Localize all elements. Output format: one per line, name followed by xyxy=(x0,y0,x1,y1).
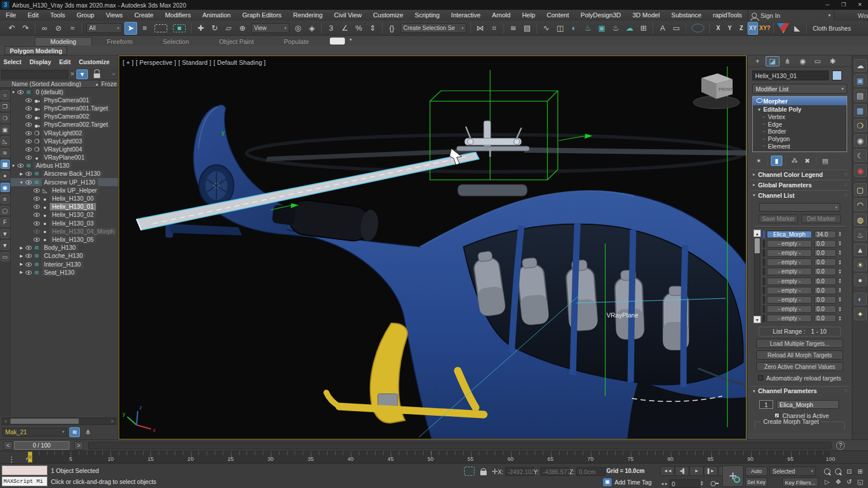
display-tab[interactable]: ▭ xyxy=(811,56,825,66)
spreadsheet-icon[interactable]: ▤ xyxy=(854,89,867,102)
select-move-icon[interactable]: ✚ xyxy=(194,22,207,35)
open-app-grid-icon[interactable]: ⊞ xyxy=(637,22,650,35)
add-time-tag[interactable]: ▣ Add Time Tag xyxy=(603,478,652,486)
visibility-eye-icon[interactable] xyxy=(34,205,40,209)
channel-scrollbar[interactable]: ▲ ▼ xyxy=(753,230,761,323)
viewport-menu-plus[interactable]: [ + ] xyxy=(123,59,134,66)
close-button[interactable]: ✕ xyxy=(852,1,868,10)
set-key-button[interactable]: Set Key xyxy=(745,478,767,487)
menu-item[interactable]: Group xyxy=(71,10,100,21)
play-icon[interactable]: ► xyxy=(689,466,704,476)
visibility-eye-icon[interactable] xyxy=(25,106,32,110)
menu-item[interactable]: Animation xyxy=(197,10,237,21)
modifier-stack-item[interactable]: Polygon xyxy=(753,135,847,143)
expand-arrow-icon[interactable]: ▼ xyxy=(10,164,16,168)
previous-frame-icon[interactable]: ◄▌ xyxy=(675,466,689,476)
menu-item[interactable]: Help xyxy=(516,10,541,21)
track-bar[interactable]: ⋮∿ 5101520253035404550556065707580859095… xyxy=(0,450,868,463)
folder-icon[interactable]: ▭ xyxy=(1,252,10,261)
explorer-row[interactable]: Helix_H130_02 xyxy=(10,211,118,219)
zoom-extents-all-icon[interactable]: ⊞ xyxy=(855,466,866,476)
visibility-eye-icon[interactable] xyxy=(25,131,32,135)
maxscript-listener-field[interactable]: MAXScript Mi xyxy=(2,476,47,486)
explorer-row[interactable]: PhysCamera002.Target xyxy=(10,121,118,129)
polygon-modeling-button[interactable]: Polygon Modeling xyxy=(5,46,67,55)
axis-plane-cycle-button[interactable]: XY? xyxy=(759,22,770,35)
object-name[interactable]: Body_H130 xyxy=(42,244,78,252)
named-selection-sets-icon[interactable]: {} xyxy=(385,22,398,35)
morph-channel-value-field[interactable]: 0.0 xyxy=(814,249,836,257)
filter-bones-icon[interactable]: ✦ xyxy=(1,171,10,180)
display-box-icon[interactable]: ▢ xyxy=(1,206,10,215)
viewport-camera-label[interactable]: [ Perspective ] xyxy=(136,59,176,66)
scrollbar-thumb[interactable] xyxy=(755,238,760,253)
named-selection-set-dropdown[interactable]: Create Selection Se▾ xyxy=(400,23,466,33)
select-manipulate-icon[interactable]: ◈ xyxy=(306,22,318,35)
object-name[interactable]: Helix_H130_01 xyxy=(50,203,96,210)
help-icon[interactable]: ? xyxy=(836,441,845,450)
sun-light-icon[interactable]: ☀ xyxy=(854,258,867,271)
align-icon[interactable]: ⌗ xyxy=(488,22,501,35)
frame-spinner[interactable]: ▲▼ xyxy=(700,480,704,486)
filter-layers-icon[interactable]: ❐ xyxy=(1,102,10,111)
visibility-eye-icon[interactable] xyxy=(34,188,40,193)
selection-filter-dropdown[interactable]: All▾ xyxy=(86,23,122,33)
visibility-eye-icon[interactable] xyxy=(25,271,32,275)
environment-icon[interactable]: ☾ xyxy=(854,149,867,162)
marker-dropdown[interactable]: ▾ xyxy=(759,203,840,212)
active-layer-dropdown[interactable]: Mak_21 ▾ xyxy=(2,428,67,437)
orbit-icon[interactable]: ↺ xyxy=(844,476,855,487)
visibility-eye-icon[interactable] xyxy=(34,238,40,242)
object-name[interactable]: Airbus H130 xyxy=(34,162,72,169)
explorer-row[interactable]: VRayLight004 xyxy=(10,145,118,153)
sign-in-button[interactable]: Sign In ▾ xyxy=(748,10,834,21)
expand-arrow-icon[interactable]: ▼ xyxy=(10,90,16,94)
visibility-eye-icon[interactable] xyxy=(17,164,24,168)
render-cloud-icon[interactable]: ☁ xyxy=(623,22,636,35)
zoom-icon[interactable] xyxy=(822,466,833,476)
minimize-button[interactable]: ─ xyxy=(819,1,836,10)
render-production-icon[interactable]: ♨ xyxy=(609,22,622,35)
menu-item[interactable]: Rendering xyxy=(288,10,329,21)
load-multiple-targets-button[interactable]: Load Multiple Targets... xyxy=(756,339,843,348)
visibility-eye-icon[interactable] xyxy=(34,197,40,201)
object-name[interactable]: VRayLight002 xyxy=(42,130,84,137)
menu-item[interactable]: Civil View xyxy=(328,10,367,21)
spinner-snap-icon[interactable]: ⇕ xyxy=(366,22,379,35)
configure-modifier-sets-icon[interactable]: ▤ xyxy=(819,156,831,166)
morph-channel-button[interactable]: - empty - xyxy=(767,268,812,275)
channel-number-button[interactable]: 1 xyxy=(759,400,773,409)
ribbon-tab[interactable]: Object Paint xyxy=(204,38,269,46)
explorer-row[interactable]: PhysCamera001.Target xyxy=(10,104,118,112)
object-name[interactable]: PhysCamera001 xyxy=(42,97,91,104)
rendered-frame-icon[interactable]: ▣ xyxy=(595,22,608,35)
object-name[interactable]: VRayLight004 xyxy=(42,146,84,153)
scroll-right-icon[interactable]: > xyxy=(109,419,116,424)
menu-item[interactable]: Customize xyxy=(367,10,409,21)
ribbon-toggle-icon[interactable]: ▤ xyxy=(521,22,534,35)
rollout-channel-color-legend[interactable]: ▸ Channel Color Legend ∷ xyxy=(750,170,849,179)
go-to-start-icon[interactable]: ◄◄ xyxy=(660,466,675,476)
schematic-view-icon[interactable]: ◫ xyxy=(554,22,567,35)
viewport-style-label[interactable]: [ Standard ] xyxy=(178,59,211,66)
filter-materials-icon[interactable]: ▩ xyxy=(1,160,10,169)
next-frame-nudge[interactable]: > xyxy=(74,441,83,450)
explorer-menu-item[interactable]: Display xyxy=(30,58,51,65)
scrollbar-track[interactable] xyxy=(754,237,760,316)
bind-spacewarp-icon[interactable]: ≈ xyxy=(66,22,79,35)
scroll-up-icon[interactable]: ▲ xyxy=(753,230,761,237)
explorer-row[interactable]: ▶ Airscrew Back_H130 xyxy=(10,170,118,178)
display-visibility-icon[interactable]: ◉ xyxy=(1,183,10,192)
expand-arrow-icon[interactable]: ▼ xyxy=(19,180,24,184)
working-pivot-icon[interactable] xyxy=(692,24,704,32)
spinner-arrows[interactable]: ▲▼ xyxy=(837,306,843,312)
object-name[interactable]: VRayPlane001 xyxy=(42,154,87,161)
object-name[interactable]: PhysCamera002 xyxy=(42,113,91,120)
viewport-label[interactable]: [ + ][ Perspective ][ Standard ][ Defaul… xyxy=(123,59,268,66)
maximize-button[interactable]: ❐ xyxy=(836,1,852,10)
visibility-eye-icon[interactable] xyxy=(25,98,32,102)
object-name[interactable]: 0 (default) xyxy=(34,88,65,96)
object-name[interactable]: Helix_H130_02 xyxy=(50,211,96,219)
modifier-stack-item[interactable]: Editable Poly xyxy=(753,105,847,113)
overflow-chevron-icon[interactable]: » xyxy=(112,71,117,77)
